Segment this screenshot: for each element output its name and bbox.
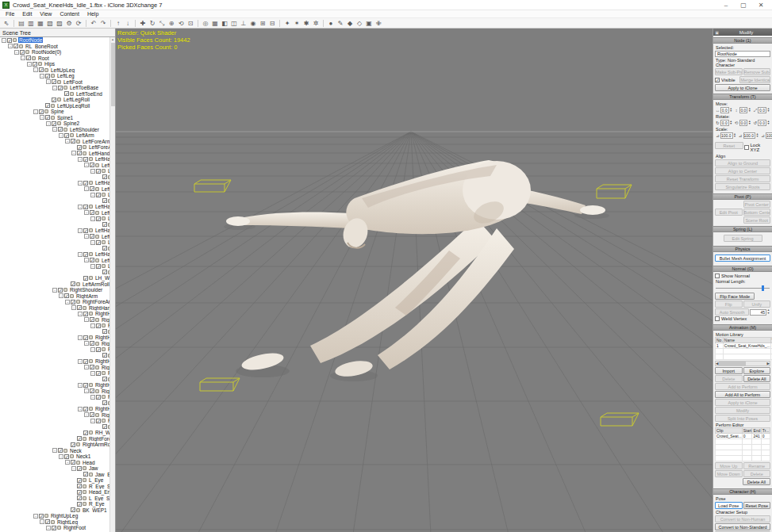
table-row[interactable]: Crowd_Seat...02410 — [716, 434, 770, 439]
node-checkbox[interactable]: ✓ — [83, 407, 88, 411]
tree-node-spine1[interactable]: -✓Spine1 — [0, 115, 109, 121]
move-down-button[interactable]: Move Down — [715, 470, 743, 477]
expand-icon[interactable]: - — [78, 181, 83, 186]
expand-icon[interactable]: - — [46, 121, 51, 126]
smooth-angle-field[interactable]: 45 — [750, 309, 766, 316]
ground-toggle-icon[interactable]: ⊥ — [240, 19, 248, 28]
node-checkbox[interactable]: ✓ — [77, 151, 82, 155]
expand-icon[interactable]: - — [52, 448, 57, 453]
undo-icon[interactable]: ↶ — [90, 19, 98, 28]
refresh-icon[interactable]: ⟳ — [75, 19, 83, 28]
character-model[interactable] — [224, 160, 609, 381]
expand-icon[interactable]: - — [78, 335, 83, 340]
tree-node-lefthandthumb4[interactable]: -✓LeftHandThumb4 — [0, 174, 109, 181]
value-spinner[interactable]: ▲▼ — [766, 121, 770, 126]
send-down-icon[interactable]: ↓ — [124, 19, 133, 28]
value-spinner[interactable]: ▲▼ — [747, 108, 751, 113]
node-checkbox[interactable]: ✓ — [90, 412, 94, 417]
node-checkbox[interactable]: ✓ — [90, 186, 94, 191]
node-checkbox[interactable]: ✓ — [39, 514, 44, 519]
reset-transform-values-button[interactable]: Reset — [715, 142, 743, 149]
selected-node-field[interactable]: RootNode — [715, 51, 770, 57]
tree-node-lefthandthumb3[interactable]: -✓LeftHandThumb3 — [0, 168, 109, 174]
expand-icon[interactable]: - — [71, 151, 76, 155]
pan-tool-icon[interactable]: ⊡ — [186, 19, 195, 28]
node-checkbox[interactable]: ✓ — [58, 288, 63, 293]
node-checkbox[interactable]: ✓ — [58, 86, 63, 90]
orbit-tool-icon[interactable]: ⟲ — [177, 19, 186, 28]
node-checkbox[interactable]: ✓ — [90, 163, 94, 167]
node-checkbox[interactable]: ✓ — [77, 305, 82, 310]
node-checkbox[interactable]: ✓ — [13, 44, 18, 48]
node-checkbox[interactable]: ✓ — [52, 79, 56, 84]
expand-icon[interactable]: - — [27, 62, 32, 67]
add-all-to-perform-button[interactable]: Add All to Perform — [715, 391, 770, 398]
expand-icon[interactable]: - — [84, 341, 89, 346]
modify-motion-button[interactable]: Modify — [715, 407, 770, 414]
node-checkbox[interactable]: ✓ — [83, 335, 88, 340]
send-up-icon[interactable]: ↑ — [114, 19, 123, 28]
expand-icon[interactable]: - — [14, 50, 19, 55]
value-spinner[interactable]: ▲▼ — [729, 121, 733, 126]
menu-item-content[interactable]: Content — [56, 11, 83, 17]
tree-node-lefthandpinky4[interactable]: -✓LeftHandPinky4 — [0, 270, 109, 276]
align-to-ground-button[interactable]: Align to Ground — [715, 159, 770, 166]
tree-node-righthandring1[interactable]: -✓RightHandRing1 — [0, 382, 109, 388]
flip-button[interactable]: Flip — [715, 300, 743, 308]
export-obj-icon[interactable]: ◆ — [346, 19, 355, 28]
node-checkbox[interactable]: ✓ — [52, 526, 56, 530]
fit-view-icon[interactable]: ⊞ — [259, 19, 267, 28]
slider-thumb[interactable] — [762, 285, 764, 291]
tree-node-l_eye_socket[interactable]: -✓L_Eye_Socket — [0, 496, 109, 502]
expand-icon[interactable]: - — [52, 288, 57, 293]
expand-icon[interactable]: - — [46, 79, 51, 84]
expand-icon[interactable]: - — [84, 412, 89, 417]
expand-icon[interactable]: - — [78, 157, 83, 162]
node-checkbox[interactable]: ✓ — [71, 507, 75, 512]
tree-node-lefthandmiddle1[interactable]: -✓LeftHandMiddle1 — [0, 204, 109, 210]
tree-node-rootnode(0)[interactable]: -✓RootNode(0) — [0, 49, 109, 55]
node-checkbox[interactable]: ✓ — [33, 62, 37, 67]
expand-icon[interactable]: - — [84, 258, 89, 262]
expand-icon[interactable]: - — [78, 252, 83, 257]
tree-node-righthandindex3[interactable]: -✓RightHandIndex3 — [0, 346, 109, 353]
zoom-tool-icon[interactable]: ⊕ — [167, 19, 176, 28]
tree-node-lefttoebase[interactable]: -✓LeftToeBase — [0, 85, 109, 91]
tree-node-hips[interactable]: -✓Hips — [0, 61, 109, 67]
tree-node-leftleg[interactable]: -✓LeftLeg — [0, 73, 109, 79]
node-checkbox[interactable]: ✓ — [71, 281, 75, 286]
node-checkbox[interactable]: ✓ — [102, 174, 107, 179]
tree-node-righthandring2[interactable]: -✓RightHandRing2 — [0, 388, 109, 395]
value-spinner[interactable]: ▲▼ — [729, 108, 733, 113]
tree-node-jaw_end[interactable]: -✓Jaw_End — [0, 472, 109, 478]
tree-node-leftarm[interactable]: -✓LeftArm — [0, 132, 109, 139]
value-field[interactable]: 0.0 — [720, 107, 729, 113]
value-spinner[interactable]: ▲▼ — [755, 133, 759, 139]
wireframe-mode-icon[interactable]: ◫ — [230, 19, 239, 28]
import-motion-button[interactable]: Import — [715, 367, 743, 374]
value-field[interactable]: 100.0 — [720, 132, 733, 139]
node-checkbox[interactable]: ✓ — [83, 252, 88, 257]
lock-xyz-checkbox[interactable]: ✓ — [744, 145, 749, 150]
node-checkbox[interactable]: ✓ — [45, 74, 50, 78]
expand-icon[interactable]: - — [90, 193, 95, 197]
save-as-icon[interactable]: ▨ — [56, 19, 64, 28]
tree-node-r_eye[interactable]: -✓R_Eye — [0, 501, 109, 507]
reset-transform-button[interactable]: Reset Transform — [715, 175, 770, 182]
node-checkbox[interactable]: ✓ — [83, 181, 88, 186]
tree-node-righthandpinky4[interactable]: -✓RightHandPinky4 — [0, 424, 109, 431]
remove-subprop-button[interactable]: Remove Sub-Prop — [743, 68, 771, 75]
node-checkbox[interactable]: ✓ — [83, 359, 88, 364]
tree-node-lefttoeend[interactable]: -✓LeftToeEnd — [0, 91, 109, 98]
value-field[interactable]: 100.0 — [743, 132, 756, 139]
tree-node-righthandindex2[interactable]: -✓RightHandIndex2 — [0, 341, 109, 347]
close-button[interactable]: ✕ — [752, 2, 770, 9]
rotate-tool-icon[interactable]: ↻ — [148, 19, 157, 28]
tree-node-rightfoot[interactable]: -✓RightFoot — [0, 525, 109, 531]
edit-spring-button[interactable]: Edit Spring — [724, 235, 762, 242]
tree-node-rightshoulder[interactable]: -✓RightShoulder — [0, 287, 109, 293]
brush-tool-icon[interactable]: ✎ — [336, 19, 345, 28]
tree-node-righthandring3[interactable]: -✓RightHandRing3 — [0, 394, 109, 400]
tree-node-lefthandring4[interactable]: -✓LeftHandRing4 — [0, 246, 109, 252]
tree-node-l_eye[interactable]: -✓L_Eye — [0, 477, 109, 484]
